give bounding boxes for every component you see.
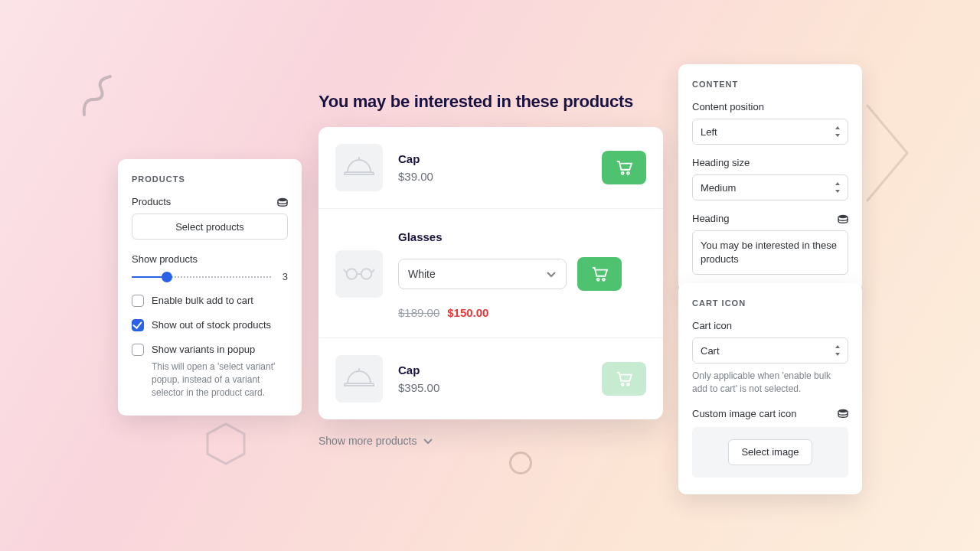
show-variants-checkbox[interactable]: Show variants in popup	[132, 344, 288, 356]
cart-icon-help: Only applicable when 'enable bulk add to…	[692, 370, 848, 396]
variant-select-value: White	[408, 268, 436, 280]
product-name: Cap	[398, 152, 586, 165]
custom-image-label: Custom image cart icon	[692, 408, 797, 419]
variant-select[interactable]: White	[398, 259, 567, 289]
svg-point-3	[627, 172, 629, 174]
cart-icon	[591, 266, 608, 282]
add-to-cart-button[interactable]	[602, 151, 646, 184]
select-arrows-icon	[834, 182, 841, 193]
heading-size-label: Heading size	[692, 157, 848, 168]
product-thumbnail	[335, 355, 383, 403]
select-arrows-icon	[834, 126, 841, 137]
heading-field-label: Heading	[692, 213, 729, 224]
preview-title: You may be interested in these products	[318, 92, 663, 112]
add-to-cart-button-disabled	[602, 362, 646, 396]
enable-bulk-label: Enable bulk add to cart	[152, 295, 253, 306]
cart-icon	[616, 160, 632, 175]
dynamic-source-icon[interactable]	[277, 197, 288, 207]
product-price-old: $189.00	[398, 306, 439, 319]
content-position-select[interactable]: Left	[692, 119, 848, 145]
svg-point-4	[347, 269, 357, 279]
chevron-down-icon	[423, 435, 433, 446]
select-image-button[interactable]: Select image	[728, 439, 812, 465]
show-variants-label: Show variants in popup	[152, 344, 255, 355]
cart-panel-heading: CART ICON	[692, 298, 848, 308]
products-panel-heading: PRODUCTS	[132, 174, 288, 184]
cart-icon-select[interactable]: Cart	[692, 337, 848, 364]
svg-point-10	[838, 214, 848, 217]
show-variants-help: This will open a 'select variant' popup,…	[132, 360, 288, 399]
show-oos-checkbox[interactable]: Show out of stock products	[132, 319, 288, 331]
enable-bulk-checkbox[interactable]: Enable bulk add to cart	[132, 295, 288, 307]
heading-size-value: Medium	[701, 182, 736, 194]
product-name: Cap	[398, 364, 586, 377]
products-preview: You may be interested in these products …	[318, 92, 663, 448]
product-row: Cap $39.00	[318, 127, 663, 208]
cart-icon	[616, 371, 632, 386]
products-settings-panel: PRODUCTS Products Select products Show p…	[118, 159, 302, 416]
svg-point-2	[622, 172, 624, 174]
svg-point-9	[627, 383, 629, 386]
svg-point-1	[278, 197, 287, 201]
product-price: $39.00	[398, 170, 586, 183]
product-name: Glasses	[398, 230, 646, 243]
select-products-button[interactable]: Select products	[132, 214, 288, 240]
cart-icon-label: Cart icon	[692, 320, 848, 331]
show-more-label: Show more products	[318, 435, 416, 447]
product-list: Cap $39.00 Glasses White	[318, 127, 663, 419]
cart-icon-settings-panel: CART ICON Cart icon Cart Only applicable…	[678, 283, 862, 494]
product-row: Glasses White $189.00 $150.00	[318, 208, 663, 337]
show-products-value: 3	[279, 271, 288, 282]
chevron-down-icon	[546, 269, 557, 279]
dynamic-source-icon[interactable]	[838, 214, 848, 223]
svg-point-6	[597, 279, 599, 281]
add-to-cart-button[interactable]	[577, 257, 622, 291]
svg-point-8	[622, 383, 624, 386]
content-position-value: Left	[701, 126, 717, 138]
product-price: $395.00	[398, 381, 586, 394]
show-more-link[interactable]: Show more products	[318, 435, 433, 447]
content-panel-heading: CONTENT	[692, 80, 848, 89]
show-products-label: Show products	[132, 253, 288, 265]
svg-point-5	[361, 269, 371, 279]
products-field-label: Products	[132, 196, 171, 207]
product-thumbnail	[335, 144, 383, 191]
show-oos-label: Show out of stock products	[152, 319, 271, 331]
show-products-slider[interactable]	[132, 272, 271, 282]
product-row: Cap $395.00	[318, 337, 663, 419]
image-picker: Select image	[692, 427, 848, 478]
product-price-sale: $150.00	[447, 306, 488, 319]
select-arrows-icon	[834, 345, 841, 356]
svg-point-11	[838, 409, 848, 412]
content-settings-panel: CONTENT Content position Left Heading si…	[678, 64, 862, 292]
heading-size-select[interactable]: Medium	[692, 174, 848, 201]
product-thumbnail	[335, 250, 383, 298]
heading-textarea[interactable]: You may be interested in these products	[692, 230, 848, 275]
content-position-label: Content position	[692, 101, 848, 112]
cart-icon-value: Cart	[701, 345, 720, 357]
dynamic-source-icon[interactable]	[838, 409, 848, 418]
svg-point-7	[603, 279, 605, 281]
